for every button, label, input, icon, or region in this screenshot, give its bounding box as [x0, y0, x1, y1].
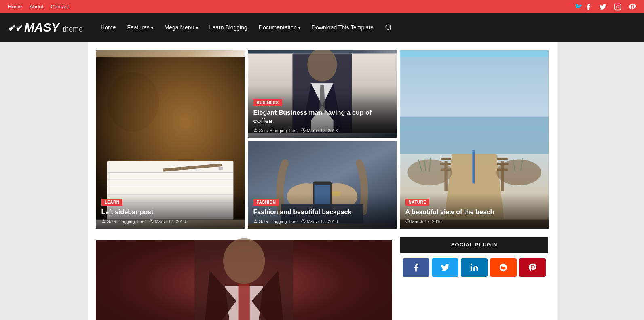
nav-documentation-link[interactable]: Documentation — [253, 20, 306, 35]
nav-learn-blogging-link[interactable]: Learn Blogging — [204, 20, 253, 35]
svg-rect-64 — [96, 240, 392, 320]
post-large-left-overlay: LEARN Left sidebar post Sora Blogging Ti… — [96, 193, 245, 229]
search-button[interactable] — [379, 20, 398, 35]
bottom-featured-post[interactable] — [96, 237, 392, 320]
post-large-right-date: March 17, 2016 — [405, 219, 442, 224]
post-bottom-middle[interactable]: FASHION Fashion and beautiful backpack S… — [248, 141, 397, 229]
post-large-right[interactable]: NATURE A beautiful view of the beach Mar… — [400, 50, 549, 229]
post-bottom-middle-category[interactable]: FASHION — [253, 199, 279, 206]
top-bar-social: 🐦 — [570, 2, 636, 11]
svg-rect-28 — [400, 116, 549, 154]
post-large-right-category[interactable]: NATURE — [405, 199, 430, 206]
social-plugin-title: SOCIAL PLUGIN — [400, 237, 549, 253]
nav-item-download[interactable]: Download This Template — [306, 20, 379, 35]
topbar-contact-link[interactable]: Contact — [51, 4, 69, 10]
nav-item-documentation[interactable]: Documentation — [253, 20, 306, 35]
post-top-middle-author: Sora Blogging Tips — [253, 128, 296, 133]
logo-theme: theme — [63, 25, 83, 33]
nav-download-link[interactable]: Download This Template — [306, 20, 379, 35]
social-btn-pinterest[interactable] — [519, 258, 546, 277]
pinterest-icon — [528, 263, 537, 272]
social-btn-twitter[interactable] — [432, 258, 458, 277]
social-facebook-link[interactable]: 🐦 — [574, 3, 594, 10]
logo-masy: MASY — [24, 21, 59, 34]
site-logo[interactable]: ✔✔MASY theme — [8, 21, 83, 34]
twitter-icon — [441, 263, 450, 272]
svg-point-41 — [496, 159, 541, 185]
svg-point-68 — [502, 267, 503, 268]
documentation-chevron — [298, 24, 300, 31]
megamenu-chevron — [196, 24, 198, 31]
svg-rect-36 — [497, 158, 508, 160]
social-instagram-link[interactable] — [614, 3, 624, 10]
post-large-right-title[interactable]: A beautiful view of the beach — [405, 208, 543, 217]
post-large-left-meta: Sora Blogging Tips March 17, 2016 — [101, 219, 239, 224]
post-large-left[interactable]: LEARN Left sidebar post Sora Blogging Ti… — [96, 50, 245, 229]
topbar-about-link[interactable]: About — [30, 4, 43, 10]
logo-checkmarks: ✔✔ — [8, 23, 23, 34]
nav-features-link[interactable]: Features — [121, 20, 158, 35]
nav-home-link[interactable]: Home — [95, 20, 121, 35]
post-top-middle-date: March 17, 2016 — [301, 128, 338, 133]
nav-item-home[interactable]: Home — [95, 20, 121, 35]
sidebar-widget: SOCIAL PLUGIN — [400, 237, 549, 320]
linkedin-icon — [470, 263, 479, 272]
bottom-section: SOCIAL PLUGIN — [96, 237, 549, 320]
features-chevron — [151, 24, 153, 31]
clock-icon-3 — [301, 219, 306, 223]
post-large-right-meta: March 17, 2016 — [405, 219, 543, 224]
post-large-left-category[interactable]: LEARN — [101, 199, 123, 206]
svg-rect-0 — [614, 4, 621, 10]
svg-rect-29 — [400, 124, 549, 131]
author-icon — [101, 219, 106, 223]
social-btn-facebook[interactable] — [403, 258, 429, 277]
post-bottom-middle-meta: Sora Blogging Tips March 17, 2016 — [253, 219, 391, 224]
post-top-middle[interactable]: BUSINESS Elegant Business man having a c… — [248, 50, 397, 138]
post-top-middle-title[interactable]: Elegant Business man having a cup of cof… — [253, 109, 391, 126]
svg-point-55 — [255, 220, 256, 221]
nav-megamenu-link[interactable]: Mega Menu — [159, 20, 204, 35]
social-btn-linkedin[interactable] — [461, 258, 488, 277]
clock-icon-4 — [405, 219, 410, 223]
post-bottom-middle-overlay: FASHION Fashion and beautiful backpack S… — [248, 193, 397, 229]
post-top-middle-meta: Sora Blogging Tips March 17, 2016 — [253, 128, 391, 133]
nav-search-item[interactable] — [379, 20, 398, 35]
post-large-left-author: Sora Blogging Tips — [101, 219, 144, 224]
svg-point-66 — [471, 264, 472, 265]
svg-rect-32 — [441, 158, 451, 160]
nav-item-features[interactable]: Features — [121, 20, 158, 35]
featured-grid: LEARN Left sidebar post Sora Blogging Ti… — [96, 50, 549, 229]
post-bottom-middle-title[interactable]: Fashion and beautiful backpack — [253, 208, 391, 217]
svg-point-25 — [255, 129, 256, 131]
svg-line-3 — [390, 29, 391, 30]
topbar-home-link[interactable]: Home — [8, 4, 22, 10]
svg-point-40 — [407, 159, 452, 185]
social-btn-reddit[interactable] — [490, 258, 517, 277]
search-icon — [385, 24, 392, 31]
post-large-left-date: March 17, 2016 — [149, 219, 186, 224]
svg-point-16 — [103, 220, 104, 221]
clock-icon — [149, 219, 154, 223]
post-large-left-title[interactable]: Left sidebar post — [101, 208, 239, 217]
content-wrapper: LEARN Left sidebar post Sora Blogging Ti… — [88, 42, 557, 320]
svg-rect-15 — [218, 167, 223, 170]
facebook-icon — [412, 263, 420, 272]
main-header: ✔✔MASY theme Home Features Mega Menu Lea… — [0, 13, 644, 42]
post-bottom-middle-author: Sora Blogging Tips — [253, 219, 296, 224]
nav-item-learn-blogging[interactable]: Learn Blogging — [204, 20, 253, 35]
nav-item-megamenu[interactable]: Mega Menu — [159, 20, 204, 35]
nav-list: Home Features Mega Menu Learn Blogging D… — [95, 20, 398, 35]
svg-point-2 — [386, 25, 391, 29]
social-pinterest-link[interactable] — [629, 3, 636, 10]
main-navigation: Home Features Mega Menu Learn Blogging D… — [95, 20, 398, 35]
post-top-middle-category[interactable]: BUSINESS — [253, 99, 282, 106]
svg-rect-39 — [472, 150, 475, 183]
author-icon-2 — [253, 128, 258, 133]
bottom-post-image — [96, 237, 392, 320]
social-twitter-link[interactable] — [599, 3, 609, 10]
top-bar-nav: Home About Contact — [8, 3, 74, 10]
social-icons-grid — [400, 253, 549, 279]
post-bottom-middle-date: March 17, 2016 — [301, 219, 338, 224]
top-bar: Home About Contact 🐦 — [0, 0, 644, 13]
svg-point-69 — [504, 267, 505, 268]
